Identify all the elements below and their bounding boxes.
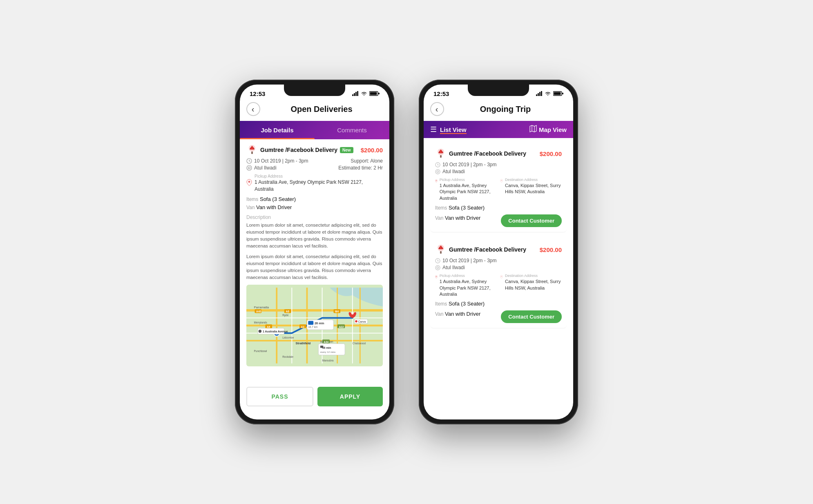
- pickup-row: 1 Australia Ave, Sydney Olympic Park NSW…: [246, 179, 383, 193]
- dest-info-2: Destination Address Canva, Kippax Street…: [505, 274, 562, 291]
- bottom-actions-left: PASS APPLY: [240, 382, 389, 411]
- location-right-2: Atul Ilwadi: [442, 265, 465, 270]
- wifi-icon-right: [545, 91, 551, 97]
- delivery-name-left: Gumtree /Facebook Delivery: [260, 147, 337, 153]
- van-contact-row-1: Van Van with Driver Contact Customer: [435, 213, 562, 227]
- delivery-price-right-2: $200.00: [540, 246, 562, 253]
- svg-rect-1: [354, 93, 355, 96]
- svg-text:A6: A6: [267, 325, 270, 328]
- right-phone: 12:53: [419, 80, 578, 424]
- pass-button[interactable]: PASS: [246, 387, 313, 406]
- svg-rect-79: [440, 155, 442, 158]
- left-phone-screen: 12:53: [240, 85, 389, 419]
- svg-point-36: [259, 330, 261, 332]
- pickup-info-2: Pickup Address 1 Australia Ave, Sydney O…: [440, 274, 497, 297]
- svg-rect-70: [538, 93, 539, 96]
- time-right: 12:53: [433, 90, 449, 97]
- contact-customer-button-1[interactable]: Contact Customer: [501, 214, 562, 227]
- page-title-right: Ongoing Trip: [444, 105, 567, 114]
- svg-point-83: [436, 169, 440, 174]
- list-view-tab[interactable]: List View: [440, 126, 529, 133]
- van-row-left: Van Van with Driver: [246, 204, 383, 210]
- svg-text:A40: A40: [256, 310, 261, 313]
- items-row-left: Items Sofa (3 Seater): [246, 196, 383, 202]
- svg-text:46 min: 46 min: [322, 346, 331, 349]
- delivery-header-2: Gumtree /Facebook Delivery $200.00: [435, 244, 562, 255]
- svg-rect-32: [308, 321, 313, 324]
- map-svg: 26 min 16.7 km 1 Australia Avenue Canva …: [246, 285, 383, 366]
- tab-job-details[interactable]: Job Details: [240, 121, 315, 139]
- svg-text:Merrylands: Merrylands: [254, 321, 268, 324]
- delivery-title-row-1: Gumtree /Facebook Delivery: [435, 148, 526, 159]
- svg-text:A6: A6: [286, 310, 289, 313]
- tab-comments[interactable]: Comments: [315, 121, 389, 139]
- dest-pin-2: [500, 274, 503, 280]
- svg-point-39: [355, 320, 357, 323]
- page-title-left: Open Deliveries: [260, 105, 383, 114]
- svg-rect-71: [539, 92, 541, 96]
- status-icons-left: [352, 91, 380, 97]
- van-contact-row-2: Van Van with Driver Contact Customer: [435, 309, 562, 323]
- svg-text:Chatswood: Chatswood: [353, 342, 366, 345]
- app-header-left: Open Deliveries: [240, 99, 389, 121]
- svg-point-95: [501, 276, 502, 277]
- nav-bar-right: ☰ List View Map View: [424, 121, 573, 138]
- location-icon-right-1: [435, 169, 440, 174]
- pickup-pin-1: [435, 178, 438, 184]
- date-right-2: 10 Oct 2019 | 2pm - 3pm: [442, 258, 497, 263]
- clock-icon: [246, 158, 252, 164]
- items-row-right-1: Items Sofa (3 Seater): [435, 205, 562, 211]
- pickup-label: Pickup Address: [255, 174, 383, 178]
- battery-icon-right: [553, 91, 563, 97]
- svg-rect-69: [536, 94, 537, 96]
- svg-rect-41: [318, 343, 345, 355]
- hamburger-menu[interactable]: ☰: [430, 125, 437, 134]
- delivery-date: 10 Oct 2019 | 2pm - 3pm: [254, 158, 308, 164]
- van-row-right-1: Van Van with Driver: [435, 215, 480, 221]
- svg-rect-72: [541, 91, 542, 96]
- map-view-tab[interactable]: Map View: [529, 125, 567, 134]
- svg-point-86: [501, 180, 502, 181]
- svg-point-94: [436, 276, 437, 277]
- delivery-price-left: $200.00: [361, 147, 383, 154]
- svg-point-92: [436, 265, 440, 270]
- location-right-1: Atul Ilwadi: [442, 169, 465, 174]
- dest-col-1: Destination Address Canva, Kippax Street…: [500, 178, 562, 201]
- back-button-left[interactable]: [246, 102, 260, 116]
- delivery-title-row-2: Gumtree /Facebook Delivery: [435, 244, 526, 255]
- svg-text:1 Australia Avenue: 1 Australia Avenue: [263, 330, 288, 332]
- ongoing-content: Gumtree /Facebook Delivery $200.00 10 Oc…: [424, 138, 573, 419]
- svg-text:Canva: Canva: [358, 320, 366, 323]
- apply-button[interactable]: APPLY: [317, 387, 383, 406]
- delivery-header: Gumtree /Facebook Delivery New $200.00: [246, 144, 383, 156]
- svg-text:Strathfield: Strathfield: [296, 341, 311, 345]
- location-icon-right-2: [435, 265, 440, 270]
- signal-icon-right: [536, 91, 543, 97]
- svg-rect-5: [370, 92, 377, 95]
- svg-rect-6: [378, 93, 380, 94]
- pickup-col-1: Pickup Address 1 Australia Ave, Sydney O…: [435, 178, 497, 201]
- tree-icon-right-1: [435, 148, 447, 159]
- date-row-right-2: 10 Oct 2019 | 2pm - 3pm: [435, 258, 562, 263]
- left-phone: 12:53: [235, 80, 394, 424]
- svg-point-85: [436, 180, 437, 181]
- notch-right: [468, 85, 529, 96]
- svg-text:A3: A3: [301, 325, 305, 328]
- map-container: 26 min 16.7 km 1 Australia Avenue Canva …: [246, 285, 383, 366]
- delivery-title-row: Gumtree /Facebook Delivery New: [246, 144, 353, 156]
- date-right-1: 10 Oct 2019 | 2pm - 3pm: [442, 162, 497, 167]
- app-header-right: Ongoing Trip: [424, 99, 573, 121]
- back-button-right[interactable]: [430, 102, 444, 116]
- svg-text:A34: A34: [324, 340, 328, 343]
- svg-rect-8: [251, 152, 253, 154]
- tree-icon-left: [246, 144, 258, 156]
- description-section: Description Lorem ipsum dolor sit amet, …: [246, 214, 383, 281]
- svg-text:Ryde: Ryde: [282, 313, 289, 317]
- estimated-time: Estimated time: 2 Hr: [338, 165, 383, 171]
- date-row: 10 Oct 2019 | 2pm - 3pm Support: Alone: [246, 158, 383, 164]
- contact-customer-button-2[interactable]: Contact Customer: [501, 310, 562, 323]
- map-view-icon: [529, 125, 537, 134]
- svg-rect-88: [440, 251, 442, 254]
- delivery-location: Atul Ilwadi: [254, 165, 277, 171]
- delivery-price-right-1: $200.00: [540, 150, 562, 157]
